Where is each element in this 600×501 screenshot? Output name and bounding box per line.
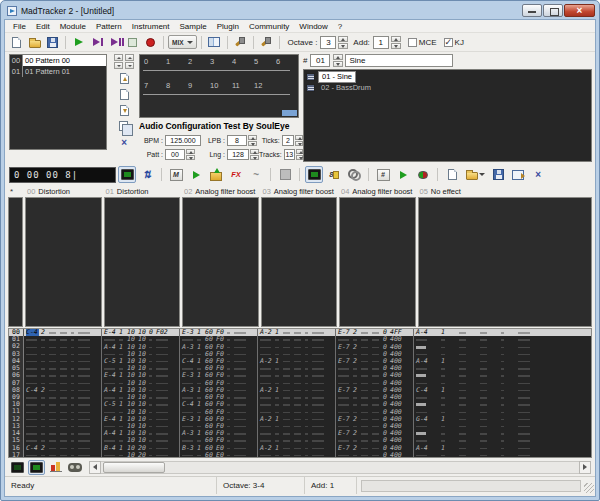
pattern-field[interactable] (372, 358, 381, 365)
pattern-field[interactable] (518, 394, 532, 401)
pattern-cell[interactable] (24, 372, 102, 379)
pattern-row[interactable]: 15101060F00400 (9, 437, 591, 444)
pattern-field[interactable]: 2 (353, 329, 359, 336)
pattern-field[interactable] (49, 409, 58, 416)
pattern-field[interactable] (78, 409, 92, 416)
instrument-list[interactable]: 01 - Sine02 - BassDrum (303, 69, 592, 162)
pattern-cell[interactable] (258, 343, 336, 350)
pattern-field[interactable] (305, 430, 310, 437)
pattern-field[interactable] (501, 445, 506, 452)
pattern-field[interactable] (312, 380, 326, 387)
pattern-field[interactable] (283, 380, 292, 387)
pattern-cell[interactable]: A-21 (258, 387, 336, 394)
pattern-field[interactable] (480, 372, 489, 379)
pattern-cell[interactable] (258, 423, 336, 430)
pattern-cell[interactable]: E-720400 (336, 430, 414, 437)
pattern-field[interactable] (149, 380, 154, 387)
pattern-field[interactable]: 1 (275, 416, 281, 423)
pattern-field[interactable] (372, 329, 381, 336)
pattern-field[interactable] (71, 437, 76, 444)
pattern-cell[interactable] (258, 394, 336, 401)
pattern-field[interactable] (305, 437, 310, 444)
metronome-button[interactable]: M (167, 166, 185, 183)
pattern-field[interactable]: E-4 (104, 416, 117, 423)
pattern-field[interactable] (305, 423, 310, 430)
pattern-field[interactable] (26, 401, 39, 408)
pattern-field[interactable] (480, 416, 489, 423)
pattern-field[interactable] (275, 423, 281, 430)
menu-item-pattern[interactable]: Pattern (91, 22, 127, 31)
pattern-field[interactable] (283, 430, 292, 437)
pattern-field[interactable]: 1 (197, 372, 203, 379)
pattern-field[interactable] (518, 365, 532, 372)
pattern-field[interactable]: B-4 (104, 445, 117, 452)
pattern-field[interactable] (60, 423, 69, 430)
pattern-field[interactable] (372, 351, 381, 358)
pattern-field[interactable] (441, 365, 447, 372)
order-position[interactable]: 3 (210, 57, 232, 79)
pattern-field[interactable]: 1 (119, 344, 125, 351)
pattern-field[interactable] (361, 372, 370, 379)
pattern-field[interactable]: C-4 (26, 329, 39, 336)
pattern-field[interactable] (60, 437, 69, 444)
pattern-cell[interactable] (24, 401, 102, 408)
pattern-field[interactable]: 1 (197, 329, 203, 336)
pattern-cell[interactable] (24, 423, 102, 430)
pattern-field[interactable] (518, 358, 532, 365)
pattern-cell[interactable] (414, 365, 591, 372)
pattern-open-button[interactable] (463, 166, 487, 183)
pattern-field[interactable]: A-4 (104, 344, 117, 351)
pattern-field[interactable] (416, 394, 429, 401)
pattern-field[interactable] (501, 430, 506, 437)
pattern-cell[interactable]: A-21 (258, 416, 336, 423)
pattern-field[interactable] (459, 329, 468, 336)
pattern-field[interactable]: C-4 (182, 401, 195, 408)
module-field-value[interactable]: 125.000 (165, 135, 201, 146)
pattern-field[interactable] (416, 365, 429, 372)
pattern-field[interactable] (372, 387, 381, 394)
pattern-field[interactable] (234, 423, 248, 430)
pattern-field[interactable] (234, 409, 248, 416)
pattern-field[interactable] (518, 445, 532, 452)
pattern-field[interactable] (71, 351, 76, 358)
pattern-field[interactable] (441, 336, 447, 343)
pattern-field[interactable] (26, 409, 39, 416)
pattern-field[interactable]: 1 (197, 416, 203, 423)
pattern-field[interactable] (294, 394, 303, 401)
maximize-button[interactable] (543, 4, 563, 17)
pattern-field[interactable] (78, 416, 92, 423)
new-module-button[interactable] (8, 34, 25, 50)
pattern-cell[interactable]: 0400 (336, 394, 414, 401)
pattern-field[interactable] (501, 380, 506, 387)
stop-button[interactable] (124, 34, 141, 50)
pattern-field[interactable] (283, 387, 292, 394)
pattern-field[interactable] (361, 358, 370, 365)
pattern-field[interactable] (283, 358, 292, 365)
note-off-marker[interactable] (416, 344, 429, 351)
pattern-field[interactable] (260, 365, 273, 372)
pattern-field[interactable] (156, 394, 170, 401)
scroll-left-button[interactable] (89, 461, 101, 474)
pattern-field[interactable] (60, 409, 69, 416)
pattern-field[interactable] (49, 336, 58, 343)
pattern-field[interactable] (227, 336, 232, 343)
pattern-row[interactable]: 13101060F00400 (9, 423, 591, 430)
track-header[interactable]: 04Analog filter boost (339, 187, 418, 196)
pattern-field[interactable] (459, 430, 468, 437)
pattern-field[interactable] (518, 430, 532, 437)
pattern-field[interactable] (71, 380, 76, 387)
editor-view-button[interactable] (28, 460, 45, 475)
pattern-cell[interactable] (258, 336, 336, 343)
menu-item-file[interactable]: File (8, 22, 31, 31)
pattern-field[interactable] (78, 423, 92, 430)
pattern-field[interactable] (60, 344, 69, 351)
pattern-field[interactable] (78, 387, 92, 394)
pattern-field[interactable] (305, 387, 310, 394)
open-module-button[interactable] (26, 34, 43, 50)
fx-button[interactable]: FX (227, 166, 245, 183)
pattern-field[interactable] (234, 387, 248, 394)
pattern-field[interactable]: G-4 (416, 416, 429, 423)
pattern-field[interactable] (275, 401, 281, 408)
pattern-field[interactable] (156, 380, 170, 387)
pattern-field[interactable] (149, 409, 154, 416)
